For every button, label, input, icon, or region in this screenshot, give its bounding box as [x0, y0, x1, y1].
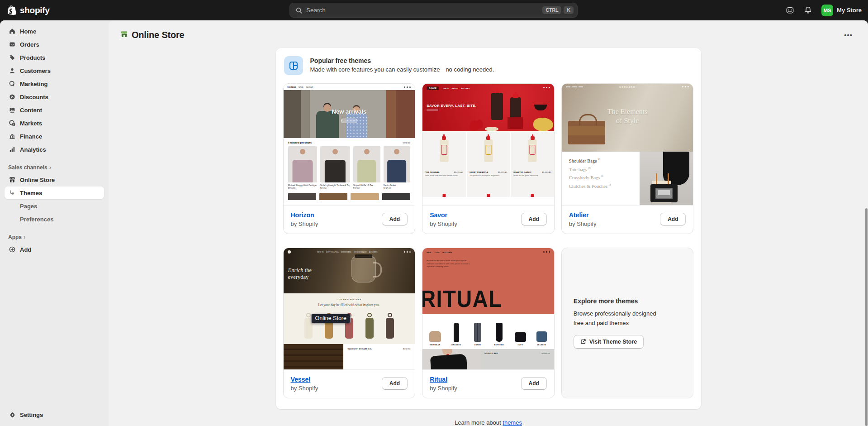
- sidekick-icon[interactable]: [785, 6, 794, 15]
- sidebar-item-label: Home: [20, 28, 36, 35]
- orders-icon: [8, 41, 16, 48]
- apps-header[interactable]: Apps ›: [8, 234, 100, 240]
- marketing-icon: [8, 80, 16, 87]
- product-name: Denim Jacket: [384, 184, 411, 187]
- sidebar-item-customers[interactable]: Customers: [5, 64, 104, 77]
- preview-nav-link: DRINKWARE: [341, 251, 352, 253]
- topbar: shopify CTRL K MS My Store: [0, 0, 868, 20]
- elbow-arrow-icon: [8, 189, 16, 196]
- theme-preview-ritual[interactable]: NEW TOPS BOTTOMS Fashion for the wild at…: [422, 248, 554, 369]
- theme-name-link[interactable]: Savor: [430, 211, 447, 219]
- store-name: My Store: [837, 7, 862, 14]
- store-avatar: MS: [821, 5, 833, 16]
- sidebar-item-label: Finance: [20, 133, 42, 140]
- sidebar-item-discounts[interactable]: Discounts: [5, 91, 104, 103]
- theme-preview-savor[interactable]: SAVOR SHOP ABOUT RECIPES SAVOR EVERY. LA…: [422, 84, 554, 205]
- explore-text: Browse professionally designed free and …: [574, 309, 682, 327]
- sidebar-item-content[interactable]: Content: [5, 104, 104, 116]
- banner-subtitle: Made with core features you can easily c…: [310, 66, 494, 73]
- theme-name-link[interactable]: Ritual: [430, 376, 447, 383]
- shopify-logo[interactable]: shopify: [7, 5, 49, 16]
- add-theme-button[interactable]: Add: [521, 377, 547, 390]
- analytics-bars-icon: [8, 146, 16, 153]
- page-actions-menu-icon[interactable]: •••: [840, 29, 856, 41]
- preview-nav-link: Contact: [306, 86, 313, 88]
- theme-name-link[interactable]: Horizon: [291, 211, 314, 219]
- explore-more-themes-card: Explore more themes Browse professionall…: [561, 248, 694, 398]
- external-link-icon: [580, 339, 586, 345]
- category-item: Clutches & Pouches13: [569, 183, 640, 189]
- preview-nav-brand: ATELIER: [562, 86, 693, 88]
- add-theme-button[interactable]: Add: [660, 213, 686, 225]
- sidebar-item-label: Content: [20, 107, 42, 114]
- sidebar-item-label: Online Store: [20, 177, 55, 183]
- product-price: $9.49 CAD: [498, 171, 507, 173]
- notifications-bell-icon[interactable]: [803, 6, 812, 15]
- shopify-admin: shopify CTRL K MS My Store: [0, 0, 868, 426]
- apps-label: Apps: [8, 234, 22, 240]
- add-theme-button[interactable]: Add: [521, 213, 547, 225]
- preview-nav-link: NEW IN: [317, 251, 323, 253]
- add-theme-button[interactable]: Add: [382, 213, 408, 225]
- sidebar-item-pages[interactable]: Pages: [5, 200, 104, 212]
- scrollbar-thumb[interactable]: [865, 208, 868, 426]
- hero-title: SAVOR EVERY. LAST. BITE.: [427, 104, 476, 108]
- product-price: $200.00: [288, 187, 317, 190]
- vessel-lifestyle-image: [284, 344, 343, 369]
- vessel-hero-image: NEW IN COFFEE & TEA DRINKWARE KITCHENWAR…: [284, 248, 415, 293]
- theme-author: by Shopify: [569, 220, 597, 227]
- sidebar-item-products[interactable]: Products: [5, 51, 104, 64]
- sidebar-item-markets[interactable]: $ Markets: [5, 117, 104, 129]
- learn-more-footer: Learn more about themes: [109, 419, 868, 426]
- theme-name-link[interactable]: Vessel: [291, 376, 311, 383]
- preview-nav-link: RECIPES: [461, 87, 470, 90]
- sidebar-item-orders[interactable]: Orders: [5, 38, 104, 51]
- theme-preview-atelier[interactable]: ATELIER The Elements of Style: [562, 84, 693, 205]
- theme-card-atelier: ATELIER The Elements of Style: [561, 83, 694, 234]
- preview-nav-brand: Horizon: [288, 86, 296, 88]
- category-item: DRESSES: [446, 314, 467, 349]
- preview-nav-link: Shop: [299, 86, 304, 88]
- preview-nav-link: SHOP: [443, 87, 449, 90]
- store-menu[interactable]: MS My Store: [821, 5, 862, 16]
- search-input[interactable]: [306, 7, 542, 14]
- gear-icon: [8, 411, 16, 418]
- product-name: Striped Waffle LS Tee: [353, 184, 380, 187]
- category-item: KNITWEAR: [424, 314, 446, 349]
- sidebar-item-themes[interactable]: Themes: [5, 187, 104, 199]
- sidebar-item-home[interactable]: Home: [5, 25, 104, 38]
- horizon-hero-image: New arrivals: [284, 90, 415, 138]
- category-item: Shoulder Bags13: [569, 158, 640, 163]
- sidebar-item-label: Add: [20, 246, 31, 253]
- home-icon: [8, 28, 16, 35]
- online-store-icon: [8, 176, 16, 183]
- sidebar-item-marketing[interactable]: Marketing: [5, 77, 104, 90]
- ritual-model-image: [422, 349, 480, 369]
- themes-doc-link[interactable]: themes: [503, 419, 522, 426]
- sidebar-item-label: Products: [20, 54, 45, 61]
- sidebar-item-settings[interactable]: Settings: [5, 408, 104, 421]
- atelier-hero-image: ATELIER The Elements of Style: [562, 84, 693, 152]
- theme-card-savor: SAVOR SHOP ABOUT RECIPES SAVOR EVERY. LA…: [422, 83, 555, 234]
- sidebar-item-online-store[interactable]: Online Store: [5, 173, 104, 186]
- sidebar-item-add-app[interactable]: Add: [5, 243, 104, 256]
- visit-theme-store-button[interactable]: Visit Theme Store: [574, 335, 644, 349]
- themes-panel: Popular free themes Made with core featu…: [276, 48, 701, 409]
- theme-preview-horizon[interactable]: Horizon Shop Contact New arrivals: [284, 84, 415, 205]
- sidebar-item-finance[interactable]: Finance: [5, 130, 104, 143]
- kbd-ctrl: CTRL: [542, 6, 561, 14]
- sidebar-item-preferences[interactable]: Preferences: [5, 213, 104, 225]
- theme-preview-vessel[interactable]: NEW IN COFFEE & TEA DRINKWARE KITCHENWAR…: [284, 248, 415, 369]
- theme-author: by Shopify: [430, 385, 457, 392]
- online-store-tooltip: Online Store: [311, 314, 351, 323]
- themes-grid: Horizon Shop Contact New arrivals: [283, 83, 694, 398]
- product-desc: Bold, fresh and filled with umami flavor: [425, 174, 463, 177]
- popular-themes-banner: Popular free themes Made with core featu…: [283, 55, 694, 76]
- global-search[interactable]: CTRL K: [289, 3, 578, 18]
- sidebar-item-analytics[interactable]: Analytics: [5, 143, 104, 156]
- product-name: Michael Shaggy Wool Cardigan: [288, 184, 317, 187]
- svg-text:$: $: [13, 124, 14, 126]
- sales-channels-header[interactable]: Sales channels ›: [8, 164, 100, 171]
- add-theme-button[interactable]: Add: [382, 377, 408, 390]
- theme-name-link[interactable]: Atelier: [569, 211, 589, 219]
